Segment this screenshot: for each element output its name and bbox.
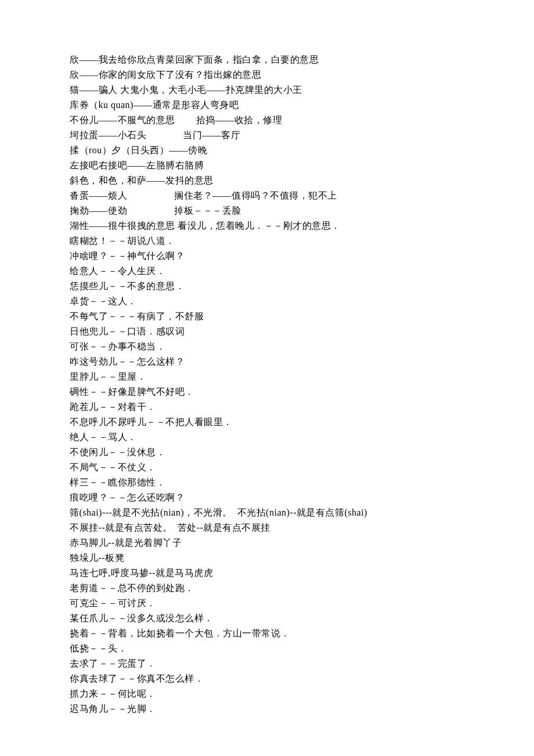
document-page: 欣——我去给你欣点青菜回家下面条，指白拿，白要的意思欣——你家的闺女欣下了没有？… <box>0 0 534 756</box>
text-line: 某任爪儿－－没多久或没怎么样． <box>70 611 464 626</box>
text-line: 里脖儿－－里屋． <box>70 369 464 384</box>
text-line: 湖性——很牛很拽的意思 看没儿，恁着晚儿．－－刚才的意思． <box>70 218 464 233</box>
text-line: 冲啥哩？－－神气什么啊？ <box>70 249 464 264</box>
text-line: 绝人－－骂人． <box>70 430 464 445</box>
text-line: 不每气了－－－有病了，不舒服 <box>70 309 464 324</box>
text-line: 不使闲儿－－没休息． <box>70 445 464 460</box>
text-line: 左接吧右接吧——左胳膊右胳膊 <box>70 158 464 173</box>
text-line: 咋这号劲儿－－怎么这样？ <box>70 354 464 369</box>
text-line: 低挠－－头． <box>70 641 464 656</box>
text-line: 独垛儿--板凳 <box>70 550 464 566</box>
text-line: 赤马脚儿--就是光着脚丫子 <box>70 535 464 550</box>
text-line: 马连七呼,呼度马掺--就是马马虎虎 <box>70 566 464 581</box>
text-line: 不份儿——不服气的意思 拾捣——收拾，修理 <box>70 113 464 128</box>
text-line: 欣——我去给你欣点青菜回家下面条，指白拿，白要的意思 <box>70 52 464 67</box>
text-line: 痕吃哩？－－怎么还吃啊？ <box>70 490 464 505</box>
text-line: 不局气－－不仗义． <box>70 460 464 475</box>
document-content: 欣——我去给你欣点青菜回家下面条，指白拿，白要的意思欣——你家的闺女欣下了没有？… <box>70 52 464 717</box>
text-line: 掬劲——使劲 掉板－－－丢脸 <box>70 203 464 218</box>
text-line: 库券（ku quan)——通常是形容人弯身吧 <box>70 98 464 113</box>
text-line: 瞎糊岔！－－胡说八道． <box>70 233 464 249</box>
text-line: 你真去球了－－你真不怎么样． <box>70 671 464 686</box>
text-line: 可张－－办事不稳当． <box>70 339 464 354</box>
text-line: 斜色，和色，和萨——发抖的意思 <box>70 173 464 188</box>
text-line: 坷拉蛋——小石头 当门——客厅 <box>70 128 464 143</box>
text-line: 去求了－－完蛋了． <box>70 656 464 671</box>
text-line: 欣——你家的闺女欣下了没有？指出嫁的意思 <box>70 67 464 82</box>
text-line: 不展挂--就是有点苦处。 苦处--就是有点不展挂 <box>70 520 464 535</box>
text-line: 老剪道－－总不停的到处跑． <box>70 581 464 596</box>
text-line: 碉性－－好像是脾气不好吧． <box>70 384 464 399</box>
text-line: 猫——骗人 大鬼小鬼，大毛小毛——扑克牌里的大小王 <box>70 82 464 98</box>
text-line: 日他兜儿－－口语．感叹词 <box>70 324 464 339</box>
text-line: 迟马角儿－－光脚． <box>70 701 464 717</box>
text-line: 不息呼儿不尿呼儿－－不把人看眼里． <box>70 415 464 430</box>
text-line: 筛(shai)---就是不光拈(nian)，不光滑。 不光拈(nian)--就是… <box>70 505 464 520</box>
text-line: 样三－－瞧你那德性． <box>70 475 464 490</box>
text-line: 给意人－－令人生厌． <box>70 264 464 279</box>
text-line: 跄茬儿－－对着干． <box>70 399 464 415</box>
text-line: 抓力来－－何比呢． <box>70 686 464 701</box>
text-line: 卓货－－这人． <box>70 294 464 309</box>
text-line: 挠着－－背着，比如挠着一个大包．方山一带常说． <box>70 626 464 641</box>
text-line: 沓蛋——烦人 搁住老？——值得吗？不值得，犯不上 <box>70 188 464 203</box>
text-line: 恁摸些儿－－不多的意思． <box>70 279 464 294</box>
text-line: 可克尘－－可讨厌． <box>70 596 464 611</box>
text-line: 揉（rou）夕（日头西）——傍晚 <box>70 143 464 158</box>
